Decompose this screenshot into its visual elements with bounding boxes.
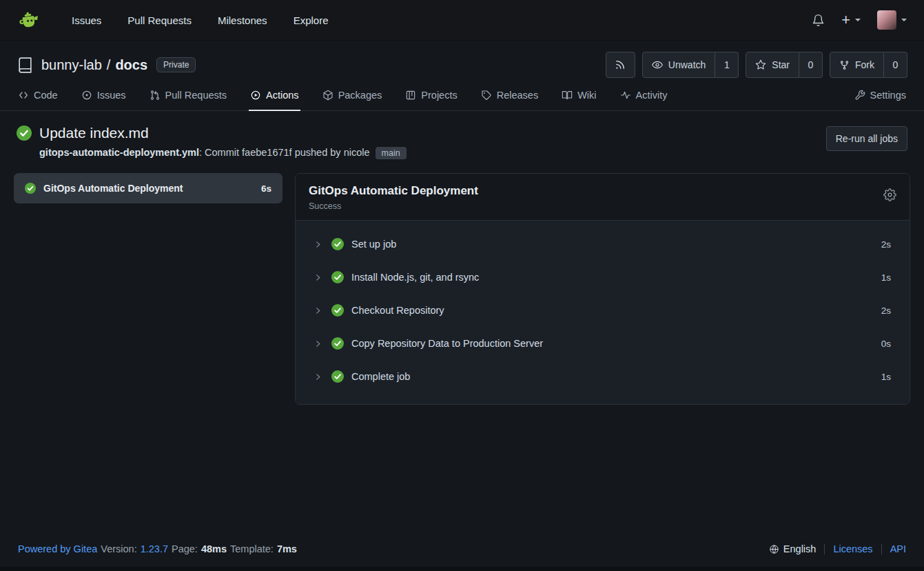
footer-divider <box>824 544 825 554</box>
tab-label: Releases <box>497 90 538 101</box>
rerun-all-jobs-button[interactable]: Re-run all jobs <box>826 126 907 151</box>
tab-projects[interactable]: Projects <box>404 88 458 111</box>
window-bottom-edge <box>0 567 924 571</box>
step-name: Copy Repository Data to Production Serve… <box>351 338 874 349</box>
tab-packages[interactable]: Packages <box>321 88 384 111</box>
step-row-install[interactable]: Install Node.js, git, and rsync 1s <box>296 261 910 294</box>
tab-activity[interactable]: Activity <box>619 88 669 111</box>
api-link[interactable]: API <box>890 543 906 554</box>
tab-settings[interactable]: Settings <box>853 88 907 111</box>
nav-item-issues[interactable]: Issues <box>72 14 101 26</box>
powered-by-gitea-link[interactable]: Powered by Gitea <box>18 543 97 554</box>
tab-label: Projects <box>421 90 457 101</box>
nav-item-milestones[interactable]: Milestones <box>218 14 267 26</box>
licenses-link[interactable]: Licenses <box>833 543 872 554</box>
tab-wiki[interactable]: Wiki <box>560 88 597 111</box>
avatar <box>877 10 896 30</box>
private-badge: Private <box>156 57 196 72</box>
book-open-icon <box>562 90 573 101</box>
step-row-setup[interactable]: Set up job 2s <box>296 228 910 261</box>
job-options-button[interactable] <box>883 188 896 201</box>
step-row-copy[interactable]: Copy Repository Data to Production Serve… <box>296 327 910 360</box>
repo-owner-link[interactable]: bunny-lab <box>41 57 102 73</box>
gitea-logo[interactable] <box>17 9 40 32</box>
job-list-item-selected[interactable]: GitOps Automatic Deployment 6s <box>14 173 283 203</box>
page-time-label: Page: <box>172 543 198 554</box>
star-icon <box>755 59 766 70</box>
footer-right: English Licenses API <box>769 543 906 554</box>
wrench-icon <box>854 90 865 101</box>
repo-name-link[interactable]: docs <box>115 57 147 73</box>
language-label: English <box>783 543 817 554</box>
chevron-right-icon[interactable] <box>314 241 324 248</box>
version-link[interactable]: 1.23.7 <box>141 543 168 554</box>
success-check-icon <box>25 183 36 194</box>
issue-circle-dot-icon <box>81 90 92 101</box>
watchers-count[interactable]: 1 <box>715 52 739 78</box>
workflow-file-name: gitops-automatic-deployment.yml <box>39 147 199 158</box>
language-selector[interactable]: English <box>769 543 817 554</box>
success-check-icon <box>331 370 344 383</box>
step-name: Checkout Repository <box>351 305 874 316</box>
eye-icon <box>652 59 663 70</box>
tab-pull-requests[interactable]: Pull Requests <box>148 88 228 111</box>
repo-separator: / <box>107 57 111 73</box>
author-link[interactable]: nicole <box>344 147 370 158</box>
fork-label: Fork <box>855 59 874 70</box>
create-new-button[interactable]: + <box>841 12 861 28</box>
run-title-block: Update index.md gitops-automatic-deploym… <box>17 125 407 159</box>
watch-button-group: Unwatch 1 <box>642 52 739 78</box>
tab-label: Issues <box>97 90 126 101</box>
step-name: Set up job <box>351 239 874 250</box>
chevron-right-icon[interactable] <box>314 307 324 314</box>
unwatch-button[interactable]: Unwatch <box>642 52 715 78</box>
pushed-by-text: pushed by <box>292 147 344 158</box>
tab-label: Packages <box>338 90 382 101</box>
tab-label: Pull Requests <box>165 90 227 101</box>
success-check-icon <box>331 304 344 317</box>
project-board-icon <box>405 90 416 101</box>
star-button[interactable]: Star <box>746 52 799 78</box>
tab-label: Wiki <box>577 90 596 101</box>
commit-hash-link[interactable]: faebe1671f <box>242 147 292 158</box>
tab-code[interactable]: Code <box>17 88 59 111</box>
gear-icon <box>883 188 896 201</box>
step-duration: 0s <box>881 339 891 349</box>
job-list: GitOps Automatic Deployment 6s <box>14 173 283 203</box>
repo-tabs: Code Issues Pull Requests Actions Packag… <box>17 88 907 110</box>
tab-label: Settings <box>870 90 906 101</box>
job-detail-title: GitOps Automatic Deployment <box>309 184 478 198</box>
chevron-down-icon <box>855 19 861 24</box>
step-duration: 2s <box>881 239 891 250</box>
run-title: Update index.md <box>39 125 149 141</box>
tab-releases[interactable]: Releases <box>480 88 540 111</box>
forks-count[interactable]: 0 <box>884 52 907 78</box>
repo-header: bunny-lab / docs Private Unwatch 1 <box>0 41 924 111</box>
user-menu-button[interactable] <box>877 10 907 30</box>
page-footer: Powered by Gitea Version: 1.23.7 Page: 4… <box>0 532 924 567</box>
stars-count[interactable]: 0 <box>799 52 823 78</box>
repo-action-buttons: Unwatch 1 Star 0 Fork <box>606 52 907 78</box>
chevron-right-icon[interactable] <box>314 274 324 281</box>
job-detail-title-block: GitOps Automatic Deployment Success <box>309 184 478 211</box>
navbar-links: Issues Pull Requests Milestones Explore <box>72 14 328 26</box>
star-label: Star <box>772 59 790 70</box>
version-label: Version: <box>101 543 136 554</box>
branch-badge[interactable]: main <box>376 147 407 159</box>
notifications-button[interactable] <box>812 14 825 27</box>
unwatch-label: Unwatch <box>668 59 706 70</box>
tab-actions[interactable]: Actions <box>249 88 300 111</box>
nav-item-explore[interactable]: Explore <box>294 14 329 26</box>
step-row-complete[interactable]: Complete job 1s <box>296 360 910 393</box>
success-check-icon <box>17 126 32 141</box>
rss-button[interactable] <box>606 52 635 78</box>
tab-issues[interactable]: Issues <box>80 88 127 111</box>
top-navbar: Issues Pull Requests Milestones Explore … <box>0 0 924 41</box>
nav-item-pull-requests[interactable]: Pull Requests <box>127 14 192 26</box>
chevron-right-icon[interactable] <box>314 340 324 348</box>
step-row-checkout[interactable]: Checkout Repository 2s <box>296 294 910 327</box>
chevron-right-icon[interactable] <box>314 373 324 381</box>
run-subtitle: gitops-automatic-deployment.yml: Commit … <box>39 147 407 159</box>
fork-button[interactable]: Fork <box>830 52 884 78</box>
chevron-down-icon <box>901 19 907 24</box>
